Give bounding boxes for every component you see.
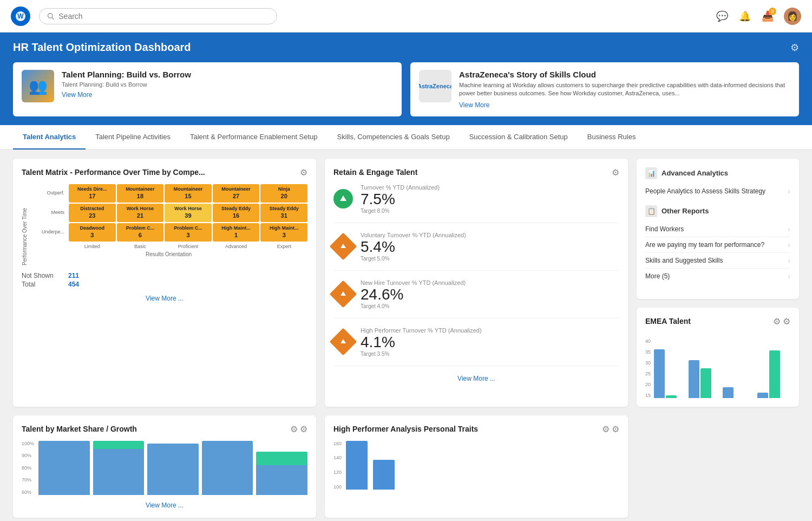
promo-thumb-1: 👥: [22, 70, 54, 102]
total-val: 454: [68, 281, 79, 288]
emea-y-labels: 40 35 30 25 20 15: [645, 338, 651, 398]
performer-y-labels: 160 140 120 100: [333, 441, 342, 490]
metric-icon-0: [333, 189, 353, 209]
metric-target-0: Target 8.0%: [361, 208, 619, 214]
bottom-row: Talent by Market Share / Growth ⚙ ⚙ 100%…: [0, 415, 812, 521]
matrix-cell-2-0[interactable]: Deadwood 3: [69, 223, 116, 242]
matrix-grid: Outperf. Needs Dire... 17 Mountaineer 18…: [30, 184, 307, 257]
emea-bar-teal-3: [769, 350, 780, 398]
perf-bar-1: [373, 460, 395, 490]
emea-bar-group-2: [723, 387, 756, 398]
matrix-cell-1-4[interactable]: Steady Eddy 31: [260, 204, 307, 222]
promo-sub-1: Talent Planning: Build vs Borrow: [62, 81, 393, 88]
promo-link-2[interactable]: View More: [459, 101, 790, 109]
matrix-cell-0-3[interactable]: Mountaineer 27: [213, 184, 260, 203]
promo-link-1[interactable]: View More: [62, 91, 393, 99]
market-bar-3: [202, 441, 253, 495]
analytics-link-0[interactable]: People Analytics to Assess Skills Strate…: [645, 184, 790, 199]
emea-bar-blue-1: [689, 360, 699, 398]
tabs-row: Talent Analytics Talent Pipeline Activit…: [0, 125, 812, 150]
svg-marker-6: [340, 339, 346, 343]
metric-row-3: High Performer Turnover % YTD (Annualize…: [333, 327, 619, 366]
talent-matrix-gear-icon[interactable]: ⚙: [300, 167, 307, 178]
tab-pipeline[interactable]: Talent Pipeline Activities: [86, 125, 180, 149]
matrix-y-label: Performance Over Time: [22, 184, 28, 265]
matrix-x-label: Results Orientation: [30, 251, 307, 257]
search-input[interactable]: [58, 12, 269, 21]
report-link-1[interactable]: Are we paying my team for performance? ›: [645, 237, 790, 253]
emea-icons[interactable]: ⚙ ⚙: [773, 316, 790, 327]
market-share-title: Talent by Market Share / Growth: [22, 425, 137, 433]
bell-icon[interactable]: 🔔: [738, 10, 751, 23]
promo-thumb-2: AstraZeneca: [419, 70, 451, 102]
promo-title-2: AstraZeneca's Story of Skills Cloud: [459, 70, 790, 79]
report-link-text-0: Find Workers: [645, 225, 684, 233]
dashboard-gear-icon[interactable]: ⚙: [790, 42, 799, 54]
analytics-card: 📊 Advanced Analytics People Analytics to…: [637, 159, 799, 299]
top-navigation: W 💬 🔔 📥 3 👩: [0, 0, 812, 32]
emea-bar-blue-3: [757, 393, 768, 398]
inbox-icon[interactable]: 📥 3: [761, 10, 774, 23]
svg-marker-4: [340, 244, 346, 248]
retain-engage-header: Retain & Engage Talent ⚙: [333, 167, 619, 178]
workday-logo[interactable]: W: [11, 6, 30, 26]
chat-icon[interactable]: 💬: [716, 10, 729, 23]
emea-bar-group-0: [654, 349, 687, 398]
svg-marker-5: [340, 291, 346, 296]
talent-matrix-header: Talent Matrix - Performance Over Time by…: [22, 167, 307, 178]
matrix-cell-2-2[interactable]: Problem C... 3: [165, 223, 212, 242]
matrix-view-more[interactable]: View More ...: [22, 295, 307, 302]
market-bar-2: [147, 444, 199, 495]
matrix-row-0: Outperf. Needs Dire... 17 Mountaineer 18…: [30, 184, 307, 203]
main-content: Talent Matrix - Performance Over Time by…: [0, 150, 812, 415]
metric-row-2: New Hire Turnover % YTD (Annualized) 24.…: [333, 279, 619, 318]
promo-content-1: Talent Planning: Build vs. Borrow Talent…: [62, 70, 393, 99]
matrix-cell-0-4[interactable]: Ninja 20: [260, 184, 307, 203]
metric-info-1: Voluntary Turnover % YTD (Annualized) 5.…: [361, 232, 619, 262]
market-bar-4: [256, 452, 307, 495]
matrix-row-label-2: Underpe...: [30, 223, 68, 242]
analytics-arrow-0: ›: [788, 187, 790, 196]
matrix-cell-0-2[interactable]: Mountaineer 15: [165, 184, 212, 203]
advanced-analytics-title: 📊 Advanced Analytics: [645, 167, 790, 179]
retain-view-more[interactable]: View More ...: [333, 375, 619, 382]
tab-enablement[interactable]: Talent & Performance Enablement Setup: [180, 125, 328, 149]
matrix-cell-2-3[interactable]: High Maint... 1: [213, 223, 260, 242]
matrix-cell-2-4[interactable]: High Maint... 3: [260, 223, 307, 242]
metric-label-1: Voluntary Turnover % YTD (Annualized): [361, 232, 619, 238]
market-view-more[interactable]: View More ...: [22, 502, 307, 509]
report-arrow-2: ›: [788, 256, 790, 265]
tab-business-rules[interactable]: Business Rules: [578, 125, 646, 149]
not-shown-val: 211: [68, 272, 79, 279]
report-link-text-3: More (5): [645, 272, 670, 280]
matrix-row-label-1: Meets: [30, 204, 68, 222]
tab-succession[interactable]: Succession & Calibration Setup: [460, 125, 578, 149]
matrix-cell-0-0[interactable]: Needs Dire... 17: [69, 184, 116, 203]
avatar[interactable]: 👩: [784, 8, 801, 25]
matrix-cell-1-2[interactable]: Work Horse 39: [165, 204, 212, 222]
metric-icon-2: [330, 281, 357, 308]
tab-skills[interactable]: Skills, Competencies & Goals Setup: [328, 125, 460, 149]
talent-matrix-card: Talent Matrix - Performance Over Time by…: [13, 159, 316, 407]
search-bar[interactable]: [39, 8, 277, 24]
report-arrow-3: ›: [788, 272, 790, 281]
matrix-cell-1-0[interactable]: Distracted 23: [69, 204, 116, 222]
high-performer-icons[interactable]: ⚙ ⚙: [602, 424, 619, 434]
emea-chart: 40 35 30 25 20 15: [645, 333, 790, 398]
report-link-0[interactable]: Find Workers ›: [645, 222, 790, 237]
svg-point-1: [48, 13, 53, 18]
col-label-1: Basic: [117, 244, 164, 249]
market-share-card: Talent by Market Share / Growth ⚙ ⚙ 100%…: [13, 415, 316, 518]
dashboard-header: HR Talent Optimization Dashboard ⚙: [0, 32, 812, 62]
market-share-icons[interactable]: ⚙ ⚙: [290, 424, 307, 434]
matrix-cell-1-1[interactable]: Work Horse 21: [117, 204, 164, 222]
matrix-cell-2-1[interactable]: Problem C... 6: [117, 223, 164, 242]
report-link-3[interactable]: More (5) ›: [645, 269, 790, 284]
metric-value-0: 7.5%: [361, 192, 619, 207]
tab-talent-analytics[interactable]: Talent Analytics: [13, 125, 86, 149]
retain-engage-gear-icon[interactable]: ⚙: [612, 167, 619, 178]
matrix-cell-1-3[interactable]: Steady Eddy 16: [213, 204, 260, 222]
matrix-col-labels: Limited Basic Proficient Advanced Expert: [30, 244, 307, 249]
matrix-cell-0-1[interactable]: Mountaineer 18: [117, 184, 164, 203]
report-link-2[interactable]: Skills and Suggested Skills ›: [645, 253, 790, 269]
